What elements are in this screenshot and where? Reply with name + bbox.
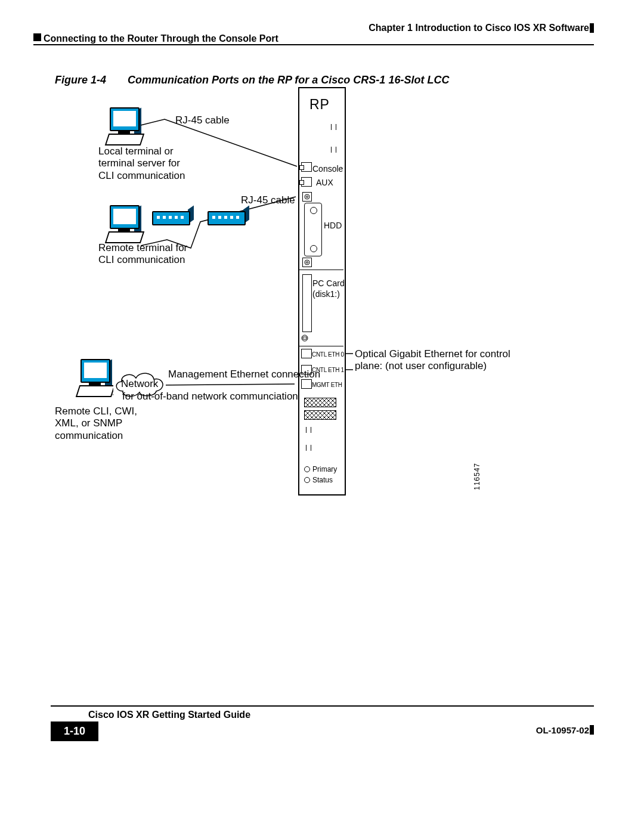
mgmt-eth-desc-1: Management Ethernet connection <box>168 368 320 380</box>
card-break-icon <box>306 445 311 451</box>
rp-divider <box>299 270 343 270</box>
svg-point-3 <box>306 262 308 264</box>
figure-number: Figure 1-4 <box>55 74 106 86</box>
rj45-top-label: RJ-45 cable <box>175 114 230 126</box>
computer-icon <box>78 359 111 396</box>
rj45-mid-label: RJ-45 cable <box>241 194 295 206</box>
figure-id: 116547 <box>473 463 481 490</box>
card-break-icon <box>331 124 336 130</box>
hdd-label: HDD <box>324 221 342 230</box>
card-break-icon <box>331 147 336 153</box>
aux-label: AUX <box>316 178 333 187</box>
modem-icon <box>152 211 190 225</box>
rp-title: RP <box>309 97 330 113</box>
vent-icon <box>304 398 336 407</box>
primary-led-label: Primary <box>312 465 337 473</box>
svg-point-2 <box>305 260 309 265</box>
primary-led <box>304 466 310 472</box>
cntl-eth0-label: CNTL ETH 0 <box>312 351 344 358</box>
footer-doc-id: OL-10957-02 <box>536 725 589 735</box>
mgmt-eth-desc-2: for out-of-band network communciation <box>122 391 298 402</box>
footer-doc-title: Cisco IOS XR Getting Started Guide <box>88 710 250 720</box>
rp-divider <box>299 346 343 346</box>
header-rule <box>33 44 594 45</box>
console-port <box>301 162 312 172</box>
svg-rect-5 <box>303 337 306 339</box>
pccard-label: PC Card (disk1:) <box>312 278 345 299</box>
figure-caption: Communication Ports on the RP for a Cisc… <box>128 74 449 86</box>
local-terminal-label: Local terminal or terminal server for CL… <box>98 145 185 182</box>
mgmt-eth-label: MGMT ETH <box>312 382 342 388</box>
footer-accent-bar <box>590 725 594 735</box>
computer-icon <box>107 205 140 242</box>
section-title: Connecting to the Router Through the Con… <box>44 33 278 44</box>
vent-icon <box>304 410 336 420</box>
network-label: Network <box>121 378 158 390</box>
header-accent-bar <box>590 23 594 33</box>
chapter-title: Chapter 1 Introduction to Cisco IOS XR S… <box>369 23 589 33</box>
footer-rule <box>51 705 594 707</box>
section-bullet <box>33 33 41 41</box>
remote-terminal-label: Remote terminal for CLI communication <box>98 242 187 267</box>
status-led <box>304 477 310 483</box>
hdd-top-plate <box>302 192 312 202</box>
cntl-eth0-port <box>301 349 312 358</box>
card-break-icon <box>306 427 311 433</box>
page-number: 1-10 <box>51 721 98 741</box>
svg-point-1 <box>306 196 308 198</box>
optical-ge-label: Optical Gigabit Ethernet for control pla… <box>355 348 510 373</box>
hdd-slot <box>304 203 322 256</box>
aux-port <box>301 177 312 187</box>
computer-icon <box>107 107 140 144</box>
modem-icon <box>208 211 246 225</box>
mgmt-eth-port <box>301 379 312 389</box>
hdd-bottom-plate <box>302 258 312 267</box>
remote-cli-label: Remote CLI, CWI, XML, or SNMP communicat… <box>55 405 137 442</box>
console-label: Console <box>312 164 343 174</box>
status-led-label: Status <box>312 476 333 484</box>
pccard-slot <box>302 274 312 332</box>
svg-point-0 <box>305 194 309 199</box>
eject-icon <box>301 334 309 342</box>
